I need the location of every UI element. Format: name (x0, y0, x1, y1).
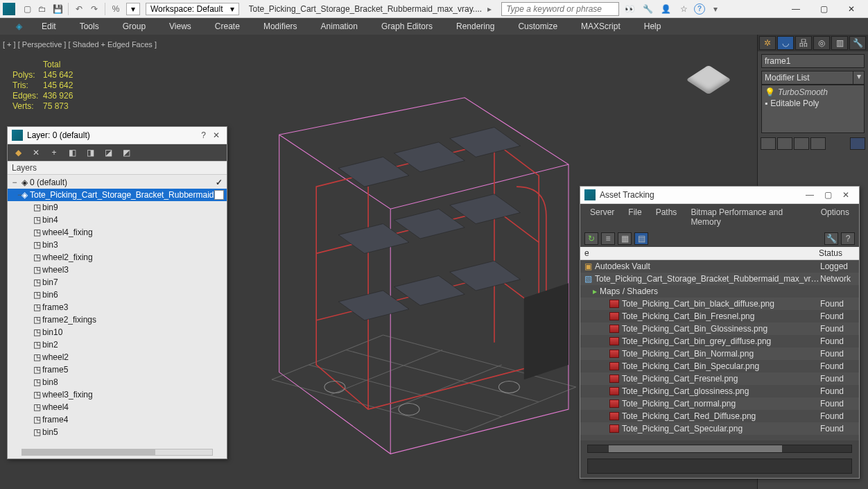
layer-object-row[interactable]: ◳frame3 (8, 301, 227, 314)
layer-hscrollbar[interactable] (21, 449, 213, 456)
hierarchy-tab-icon[interactable]: 品 (795, 36, 812, 50)
menu-help[interactable]: Help (636, 19, 670, 33)
menu-group[interactable]: Group (114, 19, 154, 33)
asset-minimize-button[interactable]: — (801, 190, 819, 200)
help-icon[interactable]: ? (694, 3, 705, 15)
motion-tab-icon[interactable]: ◎ (813, 36, 830, 50)
layer-help-icon[interactable]: ? (197, 130, 210, 140)
layer-object-row[interactable]: ◳bin5 (8, 426, 227, 438)
make-unique-icon[interactable] (794, 137, 809, 150)
save-file-icon[interactable]: 💾 (51, 2, 64, 16)
asset-col-name[interactable]: e (584, 248, 819, 258)
asset-row[interactable]: ▧ Tote_Picking_Cart_Storage_Bracket_Rubb… (580, 273, 859, 285)
asset-group-row[interactable]: ▸ Maps / Shaders (580, 285, 859, 298)
menu-animation[interactable]: Animation (313, 19, 366, 33)
user-icon[interactable]: 👤 (659, 2, 672, 16)
asset-row[interactable]: ▣ Autodesk Vault Logged (580, 260, 859, 273)
asset-map-row[interactable]: Tote_Picking_Cart_Fresnel.pngFound (580, 372, 859, 385)
asset-map-row[interactable]: Tote_Picking_Cart_Specular.pngFound (580, 422, 859, 435)
layer-object-row[interactable]: ◳bin9 (8, 201, 227, 214)
layer-object-row[interactable]: ◳bin4 (8, 214, 227, 226)
modify-tab-icon[interactable]: ◡ (777, 36, 794, 50)
asset-close-button[interactable]: ✕ (837, 190, 855, 200)
asset-tool-icon[interactable]: 🔧 (824, 232, 838, 245)
show-end-result-icon[interactable] (777, 137, 792, 150)
asset-menu-file[interactable]: File (623, 206, 647, 228)
pin-stack-icon[interactable] (761, 137, 776, 150)
layer-object-row[interactable]: ◳bin8 (8, 376, 227, 388)
layer-object-row[interactable]: ◳frame4 (8, 413, 227, 426)
maximize-button[interactable]: ▢ (810, 1, 837, 17)
binoculars-icon[interactable]: 👀 (623, 2, 636, 16)
asset-help-icon[interactable]: ? (841, 232, 855, 245)
undo-icon[interactable]: ↶ (72, 2, 86, 16)
freeze-unfreeze-icon[interactable]: ◩ (120, 146, 132, 159)
redo-icon[interactable]: ↷ (87, 2, 101, 16)
layer-object-row[interactable]: ◳frame5 (8, 363, 227, 376)
layer-root-row[interactable]: −◈ 0 (default) ✓ (8, 176, 227, 189)
link-icon[interactable]: % (109, 2, 123, 16)
modifier-expand-icon[interactable]: ▪ (765, 98, 767, 108)
modifier-visibility-icon[interactable]: 💡 (765, 87, 775, 97)
open-file-icon[interactable]: 🗀 (35, 2, 49, 16)
title-overflow-icon[interactable]: ▸ (483, 2, 496, 16)
modifier-stack[interactable]: 💡TurboSmooth ▪Editable Poly (761, 85, 865, 133)
layer-selected-row[interactable]: −◈ Tote_Picking_Cart_Storage_Bracket_Rub… (8, 189, 227, 201)
asset-list-icon[interactable]: ≡ (601, 232, 615, 245)
layer-object-row[interactable]: ◳frame2_fixings (8, 314, 227, 326)
favorite-icon[interactable]: ☆ (677, 2, 691, 16)
layer-object-row[interactable]: ◳wheel3 (8, 264, 227, 276)
asset-col-status[interactable]: Status (819, 248, 855, 258)
layer-object-row[interactable]: ◳bin3 (8, 239, 227, 251)
layer-object-row[interactable]: ◳bin10 (8, 326, 227, 338)
menu-maxscript[interactable]: MAXScript (573, 19, 629, 33)
create-tab-icon[interactable]: ✲ (759, 36, 776, 50)
menu-customize[interactable]: Customize (510, 19, 566, 33)
asset-menu-server[interactable]: Server (584, 206, 620, 228)
add-to-layer-icon[interactable]: + (48, 146, 60, 159)
modifier-item[interactable]: Editable Poly (770, 98, 819, 108)
hide-unhide-icon[interactable]: ◪ (102, 146, 114, 159)
new-layer-icon[interactable]: ◆ (12, 146, 24, 159)
asset-table-icon[interactable]: ▤ (634, 232, 648, 245)
layer-close-icon[interactable]: ✕ (210, 130, 223, 140)
layer-object-row[interactable]: ◳wheel2 (8, 351, 227, 363)
menu-edit[interactable]: Edit (33, 19, 64, 33)
menu-create[interactable]: Create (207, 19, 248, 33)
asset-list[interactable]: ▣ Autodesk Vault Logged ▧ Tote_Picking_C… (580, 260, 859, 440)
menu-modifiers[interactable]: Modifiers (255, 19, 306, 33)
layer-object-row[interactable]: ◳wheel3_fixing (8, 388, 227, 401)
asset-menu-bitmap[interactable]: Bitmap Performance and Memory (685, 206, 812, 228)
asset-map-row[interactable]: Tote_Picking_Cart_Bin_Normal.pngFound (580, 348, 859, 360)
delete-layer-icon[interactable]: ✕ (30, 146, 42, 159)
menu-views[interactable]: Views (161, 19, 200, 33)
new-file-icon[interactable]: ▢ (20, 2, 34, 16)
asset-menu-options[interactable]: Options (815, 206, 855, 228)
layer-column-header[interactable]: Layers (8, 161, 227, 175)
highlight-selected-icon[interactable]: ◨ (84, 146, 96, 159)
menu-rendering[interactable]: Rendering (448, 19, 503, 33)
menu-tools[interactable]: Tools (71, 19, 107, 33)
asset-thumb-icon[interactable]: ▦ (618, 232, 632, 245)
asset-map-row[interactable]: Tote_Picking_Cart_bin_black_diffuse.pngF… (580, 298, 859, 310)
asset-hscrollbar[interactable] (587, 445, 852, 453)
wrench-icon[interactable]: 🔧 (641, 2, 654, 16)
project-dropdown[interactable]: ▾ (126, 3, 140, 15)
remove-modifier-icon[interactable] (810, 137, 826, 150)
utilities-tab-icon[interactable]: 🔧 (849, 36, 866, 50)
modifier-list-dropdown[interactable]: Modifier List (761, 71, 853, 85)
asset-refresh-icon[interactable]: ↻ (584, 232, 598, 245)
layer-object-row[interactable]: ◳bin7 (8, 276, 227, 289)
app-menu-icon[interactable]: ◈ (12, 19, 26, 33)
asset-map-row[interactable]: Tote_Picking_Cart_glossiness.pngFound (580, 385, 859, 397)
object-name-field[interactable] (761, 54, 865, 68)
asset-map-row[interactable]: Tote_Picking_Cart_Bin_Glossiness.pngFoun… (580, 323, 859, 335)
menu-graph-editors[interactable]: Graph Editors (373, 19, 441, 33)
asset-menu-paths[interactable]: Paths (650, 206, 683, 228)
asset-maximize-button[interactable]: ▢ (819, 190, 837, 200)
layer-active-check-icon[interactable]: ✓ (214, 178, 224, 187)
modifier-dropdown-arrow-icon[interactable]: ▾ (853, 71, 865, 85)
display-tab-icon[interactable]: ▥ (831, 36, 848, 50)
help-dropdown-icon[interactable]: ▾ (709, 2, 722, 16)
asset-map-row[interactable]: Tote_Picking_Cart_Bin_Fresnel.pngFound (580, 310, 859, 323)
